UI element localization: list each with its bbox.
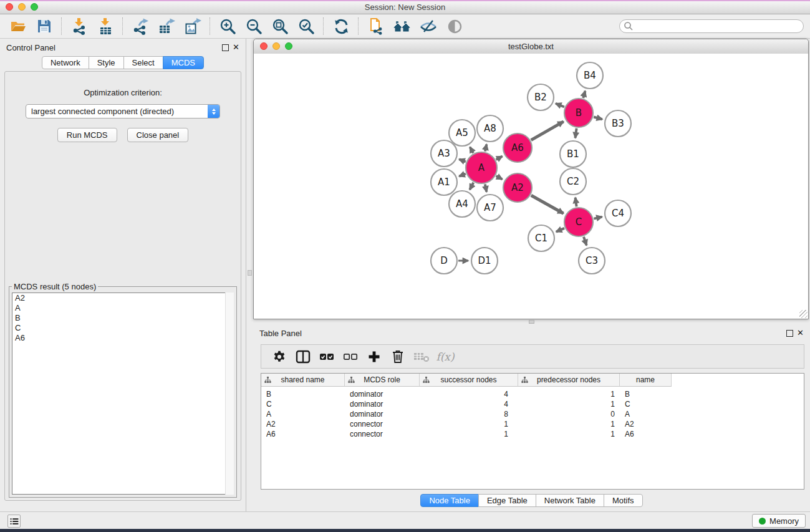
table-panel: Table Panel ✕ xyxy=(253,324,810,511)
table-row[interactable]: A2connector11A2 xyxy=(261,419,804,429)
column-header[interactable]: MCDS role xyxy=(345,374,420,387)
resize-grip-icon[interactable] xyxy=(799,310,808,318)
network-from-selection-button[interactable] xyxy=(363,16,389,37)
node-label: B3 xyxy=(612,118,624,129)
hide-graphics-button[interactable] xyxy=(415,16,441,37)
node-label: C2 xyxy=(567,176,579,187)
node-label: C4 xyxy=(612,208,624,219)
deselect-all-columns-button[interactable] xyxy=(339,347,362,367)
zoom-fit-button[interactable] xyxy=(267,16,293,37)
search-field xyxy=(619,19,804,33)
result-item[interactable]: A2 xyxy=(12,293,233,303)
optimization-criterion-label: Optimization criterion: xyxy=(5,88,241,97)
vertical-scrollbar-thumb[interactable] xyxy=(248,270,252,276)
result-item[interactable]: C xyxy=(12,323,233,333)
import-table-icon xyxy=(97,18,114,35)
edge-C-C3[interactable] xyxy=(584,237,587,246)
network-view-window: testGlobe.txt AA1A2A3A4A5A6A7A8BB1B2B3B4… xyxy=(253,39,809,319)
table-row[interactable]: A6connector11A6 xyxy=(261,429,804,439)
edge-B-B4[interactable] xyxy=(583,91,585,98)
edge-A-A4[interactable] xyxy=(470,183,473,190)
edge-B-B1[interactable] xyxy=(576,128,577,138)
main-toolbar xyxy=(0,14,810,39)
table-row[interactable]: Adominator80A xyxy=(261,409,804,419)
tree-icon xyxy=(521,376,528,384)
task-history-button[interactable] xyxy=(7,515,21,528)
node-label: B xyxy=(576,107,582,118)
zoom-selected-icon xyxy=(298,18,315,35)
edge-A-A1[interactable] xyxy=(459,174,466,177)
column-header[interactable]: name xyxy=(620,374,672,387)
edge-C-C1[interactable] xyxy=(556,228,564,232)
result-item[interactable]: A6 xyxy=(12,333,233,343)
float-panel-icon[interactable] xyxy=(222,44,229,51)
delete-table-button[interactable] xyxy=(410,347,433,367)
column-header[interactable]: successor nodes xyxy=(420,374,518,387)
tab-edge-table[interactable]: Edge Table xyxy=(478,494,536,507)
edge-B-B3[interactable] xyxy=(594,117,602,120)
save-session-button[interactable] xyxy=(31,16,57,37)
run-mcds-button[interactable]: Run MCDS xyxy=(57,128,117,142)
tab-network-table[interactable]: Network Table xyxy=(536,494,604,507)
import-table-button[interactable] xyxy=(92,16,118,37)
result-item[interactable]: A xyxy=(12,303,233,313)
tab-select[interactable]: Select xyxy=(123,56,163,69)
node-label: A8 xyxy=(484,123,496,134)
tab-motifs[interactable]: Motifs xyxy=(604,494,643,507)
edge-B-B2[interactable] xyxy=(556,104,564,107)
edge-A-A7[interactable] xyxy=(485,184,487,191)
edge-A-A5[interactable] xyxy=(470,147,473,153)
memory-button[interactable]: Memory xyxy=(752,514,806,528)
table-row[interactable]: Cdominator41C xyxy=(261,399,804,409)
zoom-out-button[interactable] xyxy=(241,16,267,37)
close-panel-icon[interactable]: ✕ xyxy=(797,328,804,337)
tab-network[interactable]: Network xyxy=(42,56,89,69)
column-header[interactable]: shared name xyxy=(261,374,345,387)
edge-C-C4[interactable] xyxy=(594,217,602,219)
function-builder-button[interactable]: f(x) xyxy=(433,347,457,367)
node-label: B2 xyxy=(534,92,547,103)
float-panel-icon[interactable] xyxy=(786,330,793,337)
tab-node-table[interactable]: Node Table xyxy=(420,494,479,507)
search-input[interactable] xyxy=(619,19,804,33)
tab-mcds[interactable]: MCDS xyxy=(163,56,204,69)
criterion-select[interactable]: largest connected component (directed) xyxy=(26,104,220,118)
export-image-button[interactable] xyxy=(180,16,206,37)
create-column-button[interactable] xyxy=(362,347,386,367)
column-header[interactable]: predecessor nodes xyxy=(518,374,620,387)
result-scrollbar[interactable] xyxy=(225,293,234,495)
show-column-panel-button[interactable] xyxy=(291,347,315,367)
close-panel-icon[interactable]: ✕ xyxy=(233,42,239,52)
close-panel-button[interactable]: Close panel xyxy=(127,128,189,142)
select-all-columns-button[interactable] xyxy=(315,347,339,367)
zoom-fit-icon xyxy=(272,18,289,35)
import-network-button[interactable] xyxy=(66,16,92,37)
tab-style[interactable]: Style xyxy=(89,56,124,69)
delete-column-button[interactable] xyxy=(386,347,410,367)
export-table-button[interactable] xyxy=(153,16,180,37)
edge-A-A2[interactable] xyxy=(496,176,503,180)
refresh-button[interactable] xyxy=(328,16,354,37)
zoom-in-button[interactable] xyxy=(215,16,241,37)
trash-icon xyxy=(392,349,404,364)
network-graph: AA1A2A3A4A5A6A7A8BB1B2B3B4CC1C2C3C4DD1 xyxy=(254,54,808,319)
toolbar-separator xyxy=(358,17,359,35)
table-settings-button[interactable] xyxy=(268,347,291,367)
overview-button[interactable] xyxy=(389,16,415,37)
edge-A-A8[interactable] xyxy=(485,144,487,151)
edge-A6-B[interactable] xyxy=(531,122,564,140)
export-network-button[interactable] xyxy=(127,16,153,37)
edge-A2-C[interactable] xyxy=(531,195,564,213)
horizontal-scrollbar-thumb[interactable] xyxy=(529,320,534,324)
network-window-titlebar[interactable]: testGlobe.txt xyxy=(254,39,808,54)
edge-A-A3[interactable] xyxy=(459,159,466,162)
network-canvas[interactable]: AA1A2A3A4A5A6A7A8BB1B2B3B4CC1C2C3C4DD1 xyxy=(254,54,808,319)
result-item[interactable]: B xyxy=(12,313,233,323)
open-session-button[interactable] xyxy=(5,16,31,37)
zoom-out-icon xyxy=(246,18,263,35)
edge-C-C2[interactable] xyxy=(576,198,577,206)
edge-A-A6[interactable] xyxy=(496,157,503,160)
table-row[interactable]: Bdominator41B xyxy=(261,389,804,399)
show-graphics-button[interactable] xyxy=(441,16,468,37)
zoom-selected-button[interactable] xyxy=(293,16,319,37)
